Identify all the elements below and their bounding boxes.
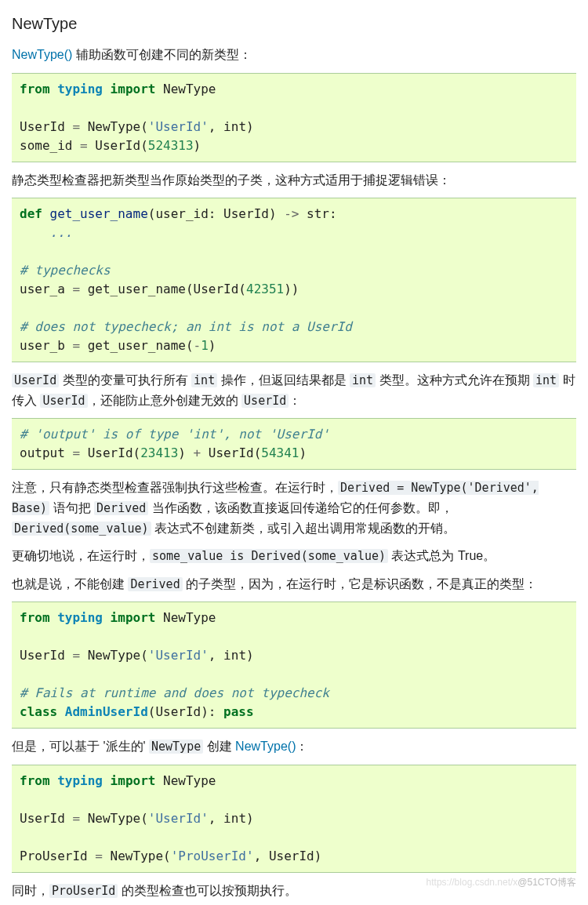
inline-code: some_value is Derived(some_value)	[150, 549, 388, 563]
func-name: get_user_name	[42, 206, 148, 221]
code-text: )	[299, 445, 307, 460]
code-text: UserId	[20, 811, 72, 826]
code-text: )	[246, 119, 254, 134]
import-name: NewType	[163, 82, 216, 96]
op-plus: +	[194, 445, 201, 460]
op-eq: =	[80, 138, 88, 153]
text: 创建	[203, 740, 235, 753]
code-block-2: def get_user_name(user_id: UserId) -> st…	[12, 198, 576, 362]
builtin: int	[223, 648, 246, 663]
kw-import: import	[111, 610, 156, 625]
op-eq: =	[72, 648, 80, 663]
code-text: )	[194, 138, 201, 153]
inline-code: NewType	[149, 740, 203, 754]
text: 操作，但返回结果都是	[217, 373, 350, 387]
comment: # Fails at runtime and does not typechec…	[20, 685, 329, 700]
watermark-url: https://blog.csdn.net/x	[426, 877, 518, 888]
kw-def: def	[20, 206, 42, 221]
text: 但是，可以基于 '派生的'	[12, 740, 149, 753]
kw-import: import	[111, 82, 156, 96]
text: ：	[289, 394, 301, 407]
code-text: (UserId):	[148, 704, 223, 719]
code-text: get_user_name(UserId(	[80, 282, 246, 296]
builtin: int	[223, 811, 246, 826]
paragraph: 也就是说，不能创建 Derived 的子类型，因为，在运行时，它是标识函数，不是…	[12, 574, 576, 594]
import-name: NewType	[163, 610, 216, 625]
kw-pass: pass	[223, 704, 254, 719]
op-eq: =	[72, 282, 80, 296]
text: 的子类型，因为，在运行时，它是标识函数，不是真正的类型：	[183, 577, 537, 591]
inline-code: Derived	[128, 577, 182, 591]
kw-import: import	[111, 773, 156, 788]
code-text: :	[329, 206, 337, 221]
op-eq: =	[72, 338, 80, 353]
string-lit: 'UserId'	[148, 811, 209, 826]
paragraph: 更确切地说，在运行时，some_value is Derived(some_va…	[12, 546, 576, 566]
code-text: , UserId)	[254, 849, 322, 863]
kw-class: class	[20, 704, 57, 719]
code-text: ProUserId	[20, 849, 95, 863]
class-name: AdminUserId	[57, 704, 148, 719]
code-text: )	[246, 648, 254, 663]
code-text: UserId(	[88, 138, 148, 153]
code-text	[299, 206, 307, 221]
code-text: )	[246, 811, 254, 826]
op-eq: =	[72, 811, 80, 826]
text: 类型的变量可执行所有	[59, 373, 191, 387]
code-text: ,	[209, 119, 223, 134]
code-text: NewType(	[80, 811, 148, 826]
newtype-link[interactable]: NewType()	[235, 740, 296, 753]
comment: # 'output' is of type 'int', not 'UserId…	[20, 427, 329, 442]
intro-paragraph: NewType() 辅助函数可创建不同的新类型：	[12, 45, 576, 65]
code-text: user_b	[20, 338, 72, 353]
number-lit: 1	[201, 338, 209, 353]
code-text: ,	[209, 648, 223, 663]
code-text: )	[178, 445, 193, 460]
inline-code: ProUserId	[49, 884, 118, 898]
text: 同时，	[12, 884, 49, 897]
op-eq: =	[72, 445, 80, 460]
code-text: NewType(	[80, 648, 148, 663]
code-block-1: from typing import NewType UserId = NewT…	[12, 73, 576, 162]
number-lit: 42351	[246, 282, 284, 296]
section-title: NewType	[12, 12, 576, 35]
text: ，还能防止意外创建无效的	[88, 394, 241, 407]
builtin: int	[223, 119, 246, 134]
text: 表达式总为 True。	[388, 549, 495, 562]
code-text: user_a	[20, 282, 72, 296]
kw-from: from	[20, 610, 50, 625]
code-text: UserId(	[80, 445, 140, 460]
text: 表达式不创建新类，或引入超出调用常规函数的开销。	[151, 522, 456, 535]
code-text: UserId	[20, 648, 72, 663]
number-lit: 524313	[148, 138, 194, 153]
code-text: )	[209, 338, 216, 353]
code-text: NewType(	[103, 849, 171, 863]
text: 的类型检查也可以按预期执行。	[118, 884, 296, 897]
ellipsis: ...	[50, 225, 73, 240]
text: 注意，只有静态类型检查器强制执行这些检查。在运行时，	[12, 481, 338, 494]
mod-typing: typing	[57, 773, 103, 788]
string-lit: 'UserId'	[148, 119, 209, 134]
string-lit: 'UserId'	[148, 648, 209, 663]
code-text: output	[20, 445, 72, 460]
code-text: NewType(	[80, 119, 148, 134]
text: 类型。这种方式允许在预期	[376, 373, 533, 387]
paragraph: 但是，可以基于 '派生的' NewType 创建 NewType()：	[12, 736, 576, 757]
op-minus: -	[194, 338, 201, 353]
code-text: some_id	[20, 138, 80, 153]
import-name: NewType	[163, 773, 216, 788]
mod-typing: typing	[57, 610, 103, 625]
intro-text: 辅助函数可创建不同的新类型：	[72, 48, 251, 61]
newtype-link[interactable]: NewType()	[12, 48, 72, 61]
inline-code: UserId	[12, 373, 59, 387]
string-lit: 'ProUserId'	[171, 849, 254, 863]
number-lit: 54341	[261, 445, 299, 460]
text: 也就是说，不能创建	[12, 577, 128, 591]
text: 当作函数，该函数直接返回传递给它的任何参数。即，	[148, 501, 452, 514]
inline-code: Derived(some_value)	[12, 522, 151, 536]
comment: # typechecks	[20, 263, 111, 278]
paragraph: UserId 类型的变量可执行所有 int 操作，但返回结果都是 int 类型。…	[12, 370, 576, 410]
inline-code: UserId	[241, 394, 289, 408]
number-lit: 23413	[140, 445, 178, 460]
paragraph: 静态类型检查器把新类型当作原始类型的子类，这种方式适用于捕捉逻辑错误：	[12, 170, 576, 191]
